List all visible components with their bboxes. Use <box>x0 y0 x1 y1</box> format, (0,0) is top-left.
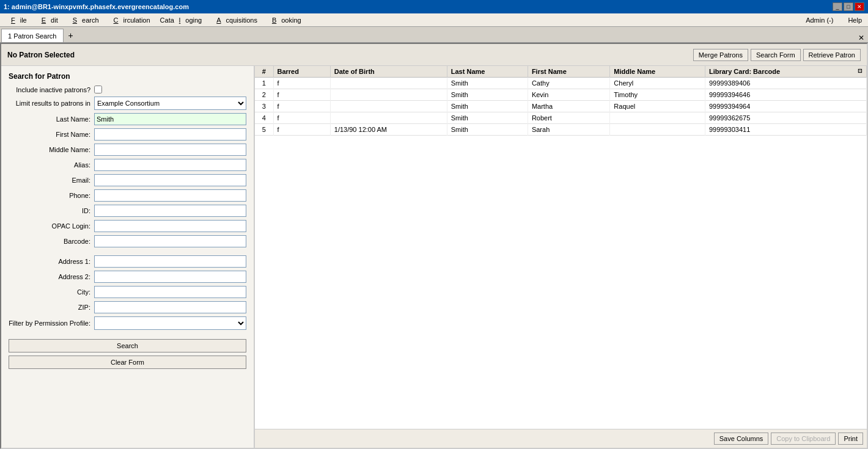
middle-name-row: Middle Name: <box>9 144 246 156</box>
content-area: Search for Patron Include inactive patro… <box>1 66 867 448</box>
cell-dob <box>330 89 447 101</box>
main-window: No Patron Selected Merge Patrons Search … <box>0 43 868 449</box>
cell-middlename: Cheryl <box>610 78 705 89</box>
patron-status: No Patron Selected <box>7 51 75 59</box>
middle-name-label: Middle Name: <box>9 146 94 153</box>
zip-label: ZIP: <box>9 304 94 311</box>
menu-edit[interactable]: Edit <box>32 15 63 25</box>
first-name-input[interactable] <box>94 128 246 141</box>
last-name-label: Last Name: <box>9 115 94 123</box>
limit-results-select[interactable]: Example Consortium <box>94 97 246 110</box>
menu-circulation[interactable]: Circulation <box>104 15 155 25</box>
menu-help[interactable]: Help <box>843 15 867 25</box>
tab-bar-close[interactable]: ✕ <box>858 34 867 42</box>
cell-barred: f <box>273 112 330 124</box>
first-name-row: First Name: <box>9 128 246 141</box>
cell-lastname: Smith <box>447 101 528 112</box>
email-label: Email: <box>9 177 94 184</box>
search-form-panel: Search for Patron Include inactive patro… <box>1 66 255 448</box>
menu-admin[interactable]: Admin (-) <box>801 15 838 25</box>
copy-to-clipboard-button[interactable]: Copy to Clipboard <box>771 433 836 445</box>
merge-patrons-button[interactable]: Merge Patrons <box>693 49 748 61</box>
search-form-button[interactable]: Search Form <box>751 49 801 61</box>
phone-input[interactable] <box>94 189 246 202</box>
zip-input[interactable] <box>94 301 246 313</box>
phone-label: Phone: <box>9 192 94 199</box>
retrieve-patron-button[interactable]: Retrieve Patron <box>803 49 861 61</box>
cell-firstname: Sarah <box>528 124 609 136</box>
opac-login-input[interactable] <box>94 220 246 232</box>
menu-file[interactable]: File <box>1 15 32 25</box>
barcode-row: Barcode: <box>9 235 246 247</box>
menu-search[interactable]: Search <box>63 15 104 25</box>
cell-dob <box>330 101 447 112</box>
menu-booking[interactable]: Booking <box>262 15 306 25</box>
permission-profile-select[interactable] <box>94 316 246 330</box>
print-button[interactable]: Print <box>838 433 863 445</box>
results-panel: # Barred Date of Birth Last Name First N… <box>255 66 867 448</box>
menu-cataloging[interactable]: Cataloging <box>155 15 207 25</box>
tab-patron-search[interactable]: 1 Patron Search <box>1 29 64 42</box>
cell-lastname: Smith <box>447 112 528 124</box>
cell-barred: f <box>273 89 330 101</box>
barcode-label: Barcode: <box>9 238 94 245</box>
permission-profile-label: Filter by Permission Profile: <box>9 319 94 327</box>
table-row[interactable]: 1 f Smith Cathy Cheryl 99999389406 <box>255 78 867 89</box>
cell-num: 3 <box>255 101 273 112</box>
address1-row: Address 1: <box>9 255 246 268</box>
phone-row: Phone: <box>9 189 246 202</box>
cell-barred: f <box>273 78 330 89</box>
col-header-lastname: Last Name <box>447 66 528 78</box>
include-inactive-checkbox[interactable] <box>94 86 102 93</box>
address2-input[interactable] <box>94 271 246 283</box>
col-resize-icon[interactable]: ⊡ <box>858 68 862 74</box>
tab-label: 1 Patron Search <box>8 32 57 40</box>
opac-login-row: OPAC Login: <box>9 220 246 232</box>
header-bar: No Patron Selected Merge Patrons Search … <box>1 44 867 66</box>
window-title: 1: admin@BR1-winxpvmfx.phasefx.evergreen… <box>4 3 189 10</box>
address1-label: Address 1: <box>9 258 94 265</box>
first-name-label: First Name: <box>9 131 94 138</box>
permission-profile-row: Filter by Permission Profile: <box>9 316 246 330</box>
close-button[interactable]: ✕ <box>855 2 864 11</box>
email-input[interactable] <box>94 174 246 186</box>
address1-input[interactable] <box>94 255 246 268</box>
search-button[interactable]: Search <box>9 339 246 352</box>
cell-lastname: Smith <box>447 89 528 101</box>
last-name-input[interactable] <box>94 113 246 125</box>
alias-input[interactable] <box>94 159 246 171</box>
cell-lastname: Smith <box>447 78 528 89</box>
col-header-barcode: Library Card: Barcode ⊡ <box>705 66 866 78</box>
table-row[interactable]: 2 f Smith Kevin Timothy 99999394646 <box>255 89 867 101</box>
cell-num: 2 <box>255 89 273 101</box>
table-row[interactable]: 3 f Smith Martha Raquel 99999394964 <box>255 101 867 112</box>
cell-dob: 1/13/90 12:00 AM <box>330 124 447 136</box>
maximize-button[interactable]: □ <box>844 2 853 11</box>
tab-add-button[interactable]: + <box>64 29 78 42</box>
city-input[interactable] <box>94 286 246 298</box>
window-controls[interactable]: _ □ ✕ <box>833 2 864 11</box>
cell-barcode: 99999394964 <box>705 101 866 112</box>
barcode-input[interactable] <box>94 235 246 247</box>
results-table-container[interactable]: # Barred Date of Birth Last Name First N… <box>255 66 867 429</box>
cell-barcode: 99999303411 <box>705 124 866 136</box>
zip-row: ZIP: <box>9 301 246 313</box>
last-name-row: Last Name: <box>9 113 246 125</box>
menu-acquisitions[interactable]: Acquisitions <box>207 15 262 25</box>
table-row[interactable]: 4 f Smith Robert 99999362675 <box>255 112 867 124</box>
id-row: ID: <box>9 205 246 217</box>
table-row[interactable]: 5 f 1/13/90 12:00 AM Smith Sarah 9999930… <box>255 124 867 136</box>
address2-label: Address 2: <box>9 273 94 280</box>
cell-barred: f <box>273 124 330 136</box>
middle-name-input[interactable] <box>94 144 246 156</box>
cell-num: 1 <box>255 78 273 89</box>
cell-barred: f <box>273 101 330 112</box>
id-input[interactable] <box>94 205 246 217</box>
limit-results-row: Limit results to patrons in Example Cons… <box>9 97 246 110</box>
clear-form-button[interactable]: Clear Form <box>9 356 246 369</box>
bottom-toolbar: Save Columns Copy to Clipboard Print <box>255 429 867 448</box>
col-header-num: # <box>255 66 273 78</box>
save-columns-button[interactable]: Save Columns <box>714 433 769 445</box>
title-bar: 1: admin@BR1-winxpvmfx.phasefx.evergreen… <box>0 0 868 13</box>
minimize-button[interactable]: _ <box>833 2 842 11</box>
